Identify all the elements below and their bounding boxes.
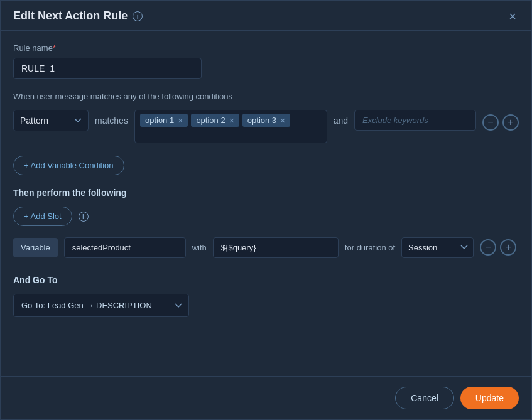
modal-footer: Cancel Update [1,376,531,419]
add-condition-btn[interactable]: + [502,114,519,131]
variable-row: Variable with for duration of Session Me… [13,235,519,260]
rule-name-input[interactable] [13,58,202,79]
tag-option2: option 2 × [191,114,239,127]
condition-action-buttons: − + [482,110,519,135]
close-button[interactable]: × [506,10,519,23]
rule-name-label: Rule name* [13,43,519,53]
add-variable-condition-btn[interactable]: + Add Variable Condition [13,156,124,175]
for-duration-label: for duration of [345,243,395,252]
info-icon[interactable]: i [133,11,143,21]
go-to-select[interactable]: Go To: Lead Gen → DESCRIPTION [13,294,189,317]
title-row: Edit Next Action Rule i [13,9,143,23]
matches-label: matches [95,110,128,131]
condition-section: When user message matches any of the fol… [13,92,519,143]
tags-container[interactable]: option 1 × option 2 × option 3 × [134,110,327,143]
condition-label: When user message matches any of the fol… [13,92,519,101]
edit-rule-modal: Edit Next Action Rule i × Rule name* Whe… [0,0,532,420]
tag-input[interactable] [140,130,322,139]
pattern-select[interactable]: Pattern Exact Contains Regex [13,110,89,131]
variable-name-input[interactable] [64,237,186,258]
remove-option1-btn[interactable]: × [176,116,184,125]
with-label: with [192,243,207,252]
then-title: Then perform the following [13,188,519,198]
add-variable-btn[interactable]: + [500,239,516,256]
tag-option1: option 1 × [140,114,188,127]
remove-variable-btn[interactable]: − [480,239,496,256]
then-section: Then perform the following + Add Slot i … [13,188,519,260]
remove-condition-btn[interactable]: − [482,114,499,131]
modal-header: Edit Next Action Rule i × [1,1,531,31]
cancel-button[interactable]: Cancel [395,387,454,409]
modal-title: Edit Next Action Rule [13,9,128,23]
duration-select[interactable]: Session Message Conversation [401,237,474,258]
add-slot-btn[interactable]: + Add Slot [13,207,72,226]
tag-option3: option 3 × [242,114,290,127]
condition-row: Pattern Exact Contains Regex matches opt… [13,110,519,143]
rule-name-section: Rule name* [13,43,519,79]
and-go-to-title: And Go To [13,275,519,285]
remove-option3-btn[interactable]: × [279,116,286,125]
and-go-to-section: And Go To Go To: Lead Gen → DESCRIPTION [13,275,519,317]
slot-info-icon[interactable]: i [79,212,89,222]
variable-badge: Variable [13,238,58,257]
modal-body: Rule name* When user message matches any… [1,31,531,330]
update-button[interactable]: Update [460,387,519,409]
and-label: and [334,110,348,131]
variable-value-input[interactable] [213,237,339,258]
remove-option2-btn[interactable]: × [228,116,236,125]
variable-action-buttons: − + [480,235,516,260]
slot-row: + Add Slot i [13,207,519,226]
exclude-keywords-input[interactable] [354,110,476,131]
